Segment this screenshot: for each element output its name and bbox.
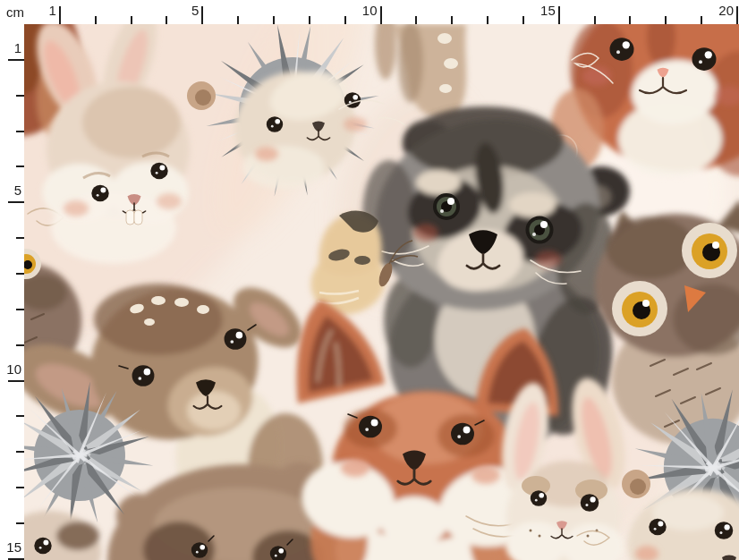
hedgehog-eye (649, 519, 666, 536)
ruler-top-tick (344, 16, 346, 24)
fawn-eye (132, 365, 155, 386)
raccoon-eye (526, 216, 554, 244)
ruler-top-tick (558, 6, 560, 24)
ruler-top-tick (201, 6, 203, 24)
ruler-top-tick (487, 16, 488, 24)
ruler-top: 15101520 (0, 0, 739, 24)
fox-eye (451, 423, 474, 445)
ruler-top-tick (701, 16, 702, 24)
ruler-top-label: 1 (49, 3, 59, 18)
fabric-pattern-canvas (24, 24, 739, 560)
rabbit-eye (91, 185, 108, 202)
raccoon-eye (433, 193, 460, 220)
ruler-unit-label: cm (6, 4, 24, 20)
squirrel-eye (692, 47, 717, 71)
ruler-left-tick (16, 309, 24, 310)
ruler-left-tick (16, 273, 24, 275)
ruler-left-tick (16, 487, 24, 488)
ruler-top-tick (665, 16, 667, 24)
ruler-top-tick (59, 6, 61, 24)
ruler-left-tick (16, 95, 24, 97)
fabric-preview-window: 15101520 151015 cm (0, 0, 739, 560)
ruler-top-label: 15 (540, 3, 558, 18)
ruler-left-tick (8, 201, 24, 203)
fox-eye (359, 416, 382, 438)
ruler-left-tick (8, 558, 24, 560)
ruler-left-tick (16, 344, 24, 346)
rabbit-teeth (126, 210, 142, 225)
ruler-top-tick (237, 16, 239, 24)
ruler-left-tick (16, 131, 24, 132)
ruler-top-tick (451, 16, 453, 24)
ruler-top-tick (309, 16, 310, 24)
ruler-top-tick (629, 16, 631, 24)
ruler-left-label: 5 (0, 182, 21, 199)
squirrel-eye (610, 38, 634, 61)
ruler-left-tick (16, 165, 24, 167)
fawn-eye (225, 328, 247, 350)
ruler-left-tick (8, 380, 24, 382)
ruler-left-tick (8, 59, 24, 61)
owl-eye (612, 281, 667, 336)
ruler-left-tick (16, 451, 24, 453)
ruler-top-tick (415, 16, 417, 24)
ruler-left-label: 10 (0, 361, 21, 378)
ruler-left-tick (16, 522, 24, 524)
ruler-top-tick (95, 16, 97, 24)
hedgehog-eye (715, 522, 734, 539)
bear-eye (191, 542, 208, 558)
ruler-top-label: 10 (362, 3, 380, 18)
owl-eye (682, 223, 737, 278)
hedgehog-eye (34, 538, 51, 555)
ruler-top-label: 20 (718, 3, 736, 18)
ruler-top-tick (522, 16, 524, 24)
ruler-left: 151015 (0, 0, 24, 560)
ruler-left-label: 1 (0, 40, 21, 57)
rabbit-eye (150, 163, 167, 180)
ruler-top-label: 5 (191, 3, 201, 18)
ruler-top-tick (273, 16, 275, 24)
ruler-top-tick (166, 16, 167, 24)
ruler-top-tick (380, 6, 382, 24)
ruler-top-tick (736, 6, 738, 24)
ruler-left-tick (16, 237, 24, 239)
ruler-top-tick (131, 16, 132, 24)
bunny-eye (581, 494, 599, 512)
ruler-left-label: 15 (0, 539, 21, 556)
bunny-eye (531, 490, 547, 506)
ruler-left-tick (16, 415, 24, 417)
ruler-top-tick (594, 16, 596, 24)
hedgehog-eye (267, 116, 283, 132)
